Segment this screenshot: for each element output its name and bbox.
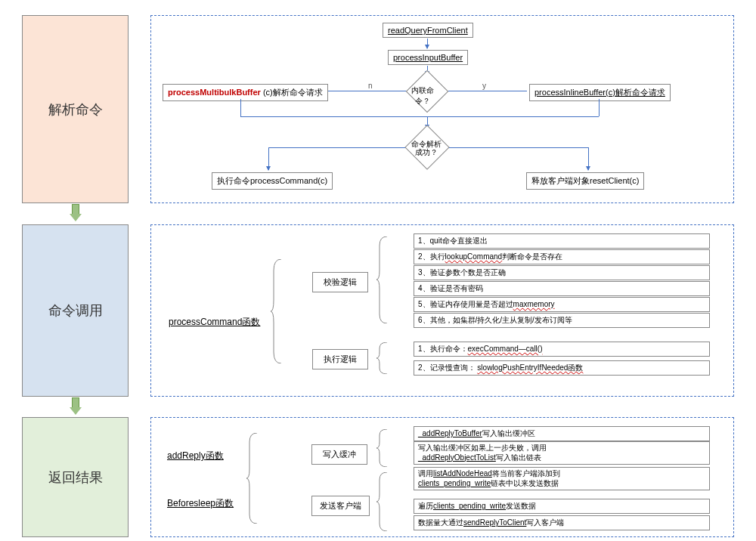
item-v5: 5、验证内存使用量是否超过maxmemory — [414, 297, 710, 312]
label-y: y — [482, 82, 486, 90]
item-r2: 写入输出缓冲区如果上一步失败，调用_addReplyObjectToList写入… — [414, 441, 710, 465]
box-inline: processInlineBuffer(c)解析命令请求 — [529, 84, 671, 101]
box-readquery: readQueryFromClient — [383, 23, 473, 38]
arrow — [448, 91, 527, 91]
line — [599, 99, 600, 116]
box-reset: 释放客户端对象resetClient(c) — [526, 172, 644, 190]
item-e1: 1、执行命令：execCommand—call() — [414, 342, 710, 357]
box-writebuf: 写入缓冲 — [311, 444, 367, 465]
item-e2: 2、记录慢查询： slowlogPushEntryIfNeeded函数 — [414, 360, 710, 376]
arrow — [325, 91, 406, 91]
item-r5: 数据量大通过sendReplyToClient写入客户端 — [414, 515, 710, 530]
brace-icon — [376, 472, 387, 531]
box-validate: 校验逻辑 — [312, 272, 368, 292]
line — [268, 147, 405, 148]
connector-arrow-2 — [72, 397, 79, 416]
stage-return-label: 返回结果 — [22, 417, 129, 537]
box-multibulk: processMultibulkBuffer (c)解析命令请求 — [163, 84, 328, 101]
box-exec: 执行命令processCommand(c) — [212, 172, 333, 190]
item-v4: 4、验证是否有密码 — [414, 281, 710, 296]
label-beforesleep: Beforesleep函数 — [167, 497, 234, 510]
brace-icon — [376, 236, 387, 323]
item-r3: 调用listAddNodeHead将当前客户端添加到clients_pendin… — [414, 467, 710, 490]
arrow — [427, 39, 428, 48]
box-execute: 执行逻辑 — [312, 349, 368, 369]
line — [240, 116, 599, 117]
box-sendclient: 发送客户端 — [311, 496, 370, 516]
line — [240, 99, 241, 116]
arrow — [268, 147, 269, 170]
connector-arrow-1 — [72, 204, 79, 222]
stage-invoke-label: 命令调用 — [22, 224, 129, 397]
box-processinput: processInputBuffer — [388, 50, 468, 65]
item-v1: 1、quit命令直接退出 — [414, 233, 710, 249]
brace-icon — [376, 342, 387, 374]
brace-icon — [376, 429, 387, 467]
item-v3: 3、验证参数个数是否正确 — [414, 265, 710, 280]
brace-icon — [271, 259, 281, 363]
brace-icon — [246, 433, 257, 524]
line — [449, 147, 589, 148]
item-r1: _addReplyToBuffer写入输出缓冲区 — [414, 426, 710, 441]
item-v2: 2、执行lookupCommand判断命令是否存在 — [414, 249, 710, 264]
arrow — [588, 147, 589, 170]
label-processcommand: processCommand函数 — [169, 316, 260, 329]
label-addreply: addReply函数 — [167, 450, 224, 462]
label-n: n — [368, 82, 373, 90]
item-v6: 6、其他，如集群/持久化/主从复制/发布订阅等 — [414, 313, 710, 328]
stage-parse-label: 解析命令 — [22, 15, 129, 203]
item-r4: 遍历clients_pending_write发送数据 — [414, 499, 710, 514]
